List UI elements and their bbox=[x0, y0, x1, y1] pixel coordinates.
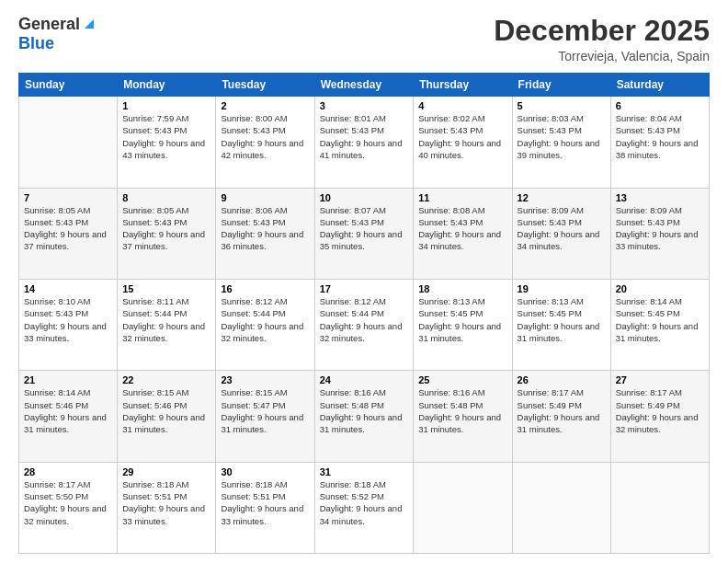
day-number: 14 bbox=[24, 283, 112, 294]
day-info: Sunrise: 8:12 AMSunset: 5:44 PMDaylight:… bbox=[320, 295, 409, 344]
day-number: 16 bbox=[221, 283, 309, 294]
table-row: 6 Sunrise: 8:04 AMSunset: 5:43 PMDayligh… bbox=[610, 97, 709, 188]
day-number: 8 bbox=[122, 192, 210, 203]
col-monday: Monday bbox=[118, 74, 216, 97]
day-info: Sunrise: 8:08 AMSunset: 5:43 PMDaylight:… bbox=[418, 204, 506, 253]
day-info: Sunrise: 8:17 AMSunset: 5:49 PMDaylight:… bbox=[616, 386, 704, 435]
table-row: 12 Sunrise: 8:09 AMSunset: 5:43 PMDaylig… bbox=[512, 188, 610, 279]
day-info: Sunrise: 8:16 AMSunset: 5:48 PMDaylight:… bbox=[320, 386, 409, 435]
table-row: 3 Sunrise: 8:01 AMSunset: 5:43 PMDayligh… bbox=[314, 97, 414, 188]
day-number: 5 bbox=[518, 100, 606, 111]
col-thursday: Thursday bbox=[414, 74, 512, 97]
calendar-header-row: Sunday Monday Tuesday Wednesday Thursday… bbox=[19, 74, 710, 97]
table-row: 22 Sunrise: 8:15 AMSunset: 5:46 PMDaylig… bbox=[118, 371, 216, 462]
day-number: 28 bbox=[24, 466, 112, 477]
day-info: Sunrise: 8:05 AMSunset: 5:43 PMDaylight:… bbox=[24, 204, 112, 253]
day-info: Sunrise: 8:00 AMSunset: 5:43 PMDaylight:… bbox=[221, 112, 309, 161]
table-row: 29 Sunrise: 8:18 AMSunset: 5:51 PMDaylig… bbox=[118, 462, 216, 553]
table-row: 5 Sunrise: 8:03 AMSunset: 5:43 PMDayligh… bbox=[512, 97, 610, 188]
table-row: 9 Sunrise: 8:06 AMSunset: 5:43 PMDayligh… bbox=[216, 188, 314, 279]
table-row: 10 Sunrise: 8:07 AMSunset: 5:43 PMDaylig… bbox=[314, 188, 414, 279]
table-row: 14 Sunrise: 8:10 AMSunset: 5:43 PMDaylig… bbox=[19, 279, 118, 370]
day-info: Sunrise: 8:11 AMSunset: 5:44 PMDaylight:… bbox=[122, 295, 210, 344]
day-number: 13 bbox=[616, 192, 704, 203]
day-info: Sunrise: 8:07 AMSunset: 5:43 PMDaylight:… bbox=[320, 204, 409, 253]
table-row bbox=[512, 462, 610, 553]
day-info: Sunrise: 8:18 AMSunset: 5:51 PMDaylight:… bbox=[221, 478, 309, 527]
table-row: 4 Sunrise: 8:02 AMSunset: 5:43 PMDayligh… bbox=[414, 97, 512, 188]
table-row: 16 Sunrise: 8:12 AMSunset: 5:44 PMDaylig… bbox=[216, 279, 314, 370]
location: Torrevieja, Valencia, Spain bbox=[494, 49, 710, 63]
day-info: Sunrise: 8:17 AMSunset: 5:49 PMDaylight:… bbox=[518, 386, 606, 435]
day-number: 22 bbox=[122, 374, 210, 385]
header: General Blue December 2025 Torrevieja, V… bbox=[18, 15, 710, 63]
table-row: 31 Sunrise: 8:18 AMSunset: 5:52 PMDaylig… bbox=[314, 462, 414, 553]
day-number: 21 bbox=[24, 374, 112, 385]
table-row: 1 Sunrise: 7:59 AMSunset: 5:43 PMDayligh… bbox=[118, 97, 216, 188]
table-row: 28 Sunrise: 8:17 AMSunset: 5:50 PMDaylig… bbox=[19, 462, 118, 553]
day-info: Sunrise: 8:10 AMSunset: 5:43 PMDaylight:… bbox=[24, 295, 112, 344]
day-info: Sunrise: 8:14 AMSunset: 5:46 PMDaylight:… bbox=[24, 386, 112, 435]
day-number: 29 bbox=[122, 466, 210, 477]
col-saturday: Saturday bbox=[610, 74, 709, 97]
day-info: Sunrise: 8:16 AMSunset: 5:48 PMDaylight:… bbox=[418, 386, 506, 435]
table-row: 8 Sunrise: 8:05 AMSunset: 5:43 PMDayligh… bbox=[118, 188, 216, 279]
day-info: Sunrise: 8:17 AMSunset: 5:50 PMDaylight:… bbox=[24, 478, 112, 527]
table-row: 20 Sunrise: 8:14 AMSunset: 5:45 PMDaylig… bbox=[610, 279, 709, 370]
svg-marker-0 bbox=[85, 19, 94, 29]
day-info: Sunrise: 8:09 AMSunset: 5:43 PMDaylight:… bbox=[616, 204, 704, 253]
logo-general-text: General bbox=[18, 15, 80, 34]
logo-blue-text: Blue bbox=[18, 34, 54, 52]
day-info: Sunrise: 8:06 AMSunset: 5:43 PMDaylight:… bbox=[221, 204, 309, 253]
title-block: December 2025 Torrevieja, Valencia, Spai… bbox=[494, 15, 710, 63]
calendar-table: Sunday Monday Tuesday Wednesday Thursday… bbox=[18, 73, 710, 554]
day-number: 25 bbox=[418, 374, 506, 385]
day-info: Sunrise: 8:15 AMSunset: 5:46 PMDaylight:… bbox=[122, 386, 210, 435]
logo-triangle-icon bbox=[83, 17, 96, 34]
table-row: 24 Sunrise: 8:16 AMSunset: 5:48 PMDaylig… bbox=[314, 371, 414, 462]
day-number: 6 bbox=[616, 100, 704, 111]
day-number: 19 bbox=[518, 283, 606, 294]
table-row: 15 Sunrise: 8:11 AMSunset: 5:44 PMDaylig… bbox=[118, 279, 216, 370]
day-number: 24 bbox=[320, 374, 409, 385]
day-number: 30 bbox=[221, 466, 309, 477]
day-info: Sunrise: 8:09 AMSunset: 5:43 PMDaylight:… bbox=[518, 204, 606, 253]
table-row: 17 Sunrise: 8:12 AMSunset: 5:44 PMDaylig… bbox=[314, 279, 414, 370]
table-row bbox=[610, 462, 709, 553]
day-number: 10 bbox=[320, 192, 409, 203]
table-row: 13 Sunrise: 8:09 AMSunset: 5:43 PMDaylig… bbox=[610, 188, 709, 279]
table-row: 27 Sunrise: 8:17 AMSunset: 5:49 PMDaylig… bbox=[610, 371, 709, 462]
day-number: 17 bbox=[320, 283, 409, 294]
day-number: 20 bbox=[616, 283, 704, 294]
day-info: Sunrise: 8:18 AMSunset: 5:52 PMDaylight:… bbox=[320, 478, 409, 527]
day-info: Sunrise: 8:02 AMSunset: 5:43 PMDaylight:… bbox=[418, 112, 506, 161]
day-info: Sunrise: 8:18 AMSunset: 5:51 PMDaylight:… bbox=[122, 478, 210, 527]
day-number: 31 bbox=[320, 466, 409, 477]
page: General Blue December 2025 Torrevieja, V… bbox=[0, 0, 728, 563]
day-number: 18 bbox=[418, 283, 506, 294]
day-number: 27 bbox=[616, 374, 704, 385]
col-sunday: Sunday bbox=[19, 74, 118, 97]
day-info: Sunrise: 8:03 AMSunset: 5:43 PMDaylight:… bbox=[518, 112, 606, 161]
day-number: 1 bbox=[122, 100, 210, 111]
day-number: 23 bbox=[221, 374, 309, 385]
table-row: 19 Sunrise: 8:13 AMSunset: 5:45 PMDaylig… bbox=[512, 279, 610, 370]
table-row: 18 Sunrise: 8:13 AMSunset: 5:45 PMDaylig… bbox=[414, 279, 512, 370]
day-number: 9 bbox=[221, 192, 309, 203]
day-number: 26 bbox=[518, 374, 606, 385]
table-row bbox=[414, 462, 512, 553]
table-row: 2 Sunrise: 8:00 AMSunset: 5:43 PMDayligh… bbox=[216, 97, 314, 188]
table-row: 7 Sunrise: 8:05 AMSunset: 5:43 PMDayligh… bbox=[19, 188, 118, 279]
day-info: Sunrise: 8:05 AMSunset: 5:43 PMDaylight:… bbox=[122, 204, 210, 253]
table-row: 26 Sunrise: 8:17 AMSunset: 5:49 PMDaylig… bbox=[512, 371, 610, 462]
month-title: December 2025 bbox=[494, 15, 710, 47]
day-number: 3 bbox=[320, 100, 409, 111]
table-row: 30 Sunrise: 8:18 AMSunset: 5:51 PMDaylig… bbox=[216, 462, 314, 553]
day-info: Sunrise: 8:01 AMSunset: 5:43 PMDaylight:… bbox=[320, 112, 409, 161]
col-tuesday: Tuesday bbox=[216, 74, 314, 97]
day-number: 2 bbox=[221, 100, 309, 111]
day-info: Sunrise: 8:15 AMSunset: 5:47 PMDaylight:… bbox=[221, 386, 309, 435]
day-number: 7 bbox=[24, 192, 112, 203]
logo: General Blue bbox=[18, 15, 96, 53]
day-info: Sunrise: 8:13 AMSunset: 5:45 PMDaylight:… bbox=[418, 295, 506, 344]
